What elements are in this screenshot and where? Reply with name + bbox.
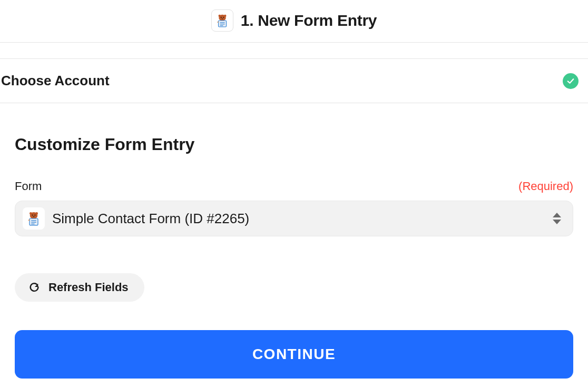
svg-point-15: [33, 216, 34, 217]
refresh-icon: [28, 282, 40, 293]
svg-point-1: [218, 15, 221, 17]
svg-point-14: [34, 215, 35, 216]
form-select[interactable]: Simple Contact Form (ID #2265): [15, 201, 573, 236]
form-field-label-row: Form (Required): [15, 180, 573, 193]
step-header: 1. New Form Entry: [0, 0, 588, 43]
required-tag: (Required): [518, 180, 573, 193]
choose-account-section[interactable]: Choose Account: [0, 58, 588, 103]
step-title: 1. New Form Entry: [241, 12, 377, 29]
refresh-fields-button[interactable]: Refresh Fields: [15, 273, 144, 302]
svg-point-2: [224, 15, 227, 17]
svg-point-11: [30, 212, 32, 215]
form-select-value: Simple Contact Form (ID #2265): [52, 211, 249, 227]
wpforms-icon: [23, 207, 45, 230]
svg-point-13: [32, 215, 33, 216]
svg-point-3: [221, 17, 222, 18]
svg-point-12: [35, 212, 38, 215]
wpforms-icon: [211, 9, 233, 32]
customize-form-entry-section: Customize Form Entry Form (Required) Sim…: [0, 103, 588, 379]
svg-point-5: [221, 18, 223, 19]
svg-point-4: [223, 17, 224, 18]
section-title: Customize Form Entry: [15, 135, 573, 154]
refresh-fields-label: Refresh Fields: [48, 281, 129, 294]
choose-account-label: Choose Account: [1, 73, 110, 89]
continue-button[interactable]: CONTINUE: [15, 330, 573, 379]
form-field-label: Form: [15, 180, 42, 193]
check-icon: [563, 73, 579, 89]
sort-caret-icon: [553, 213, 561, 224]
